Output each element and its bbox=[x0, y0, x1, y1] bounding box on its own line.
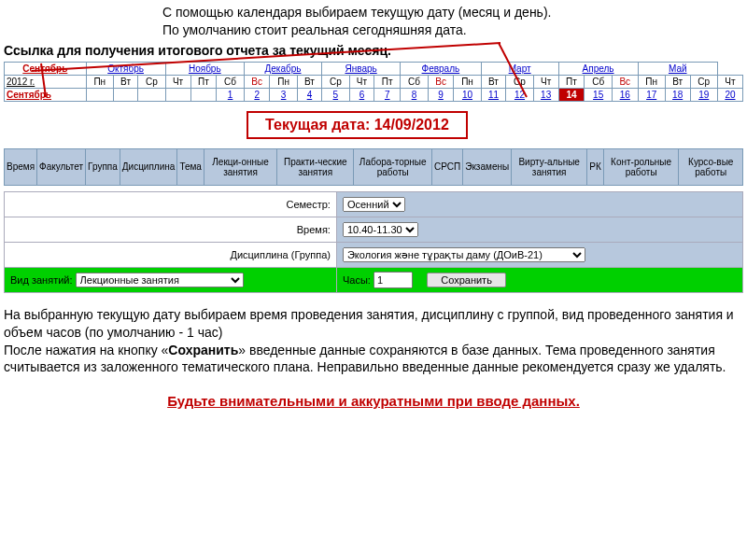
wd: Чт bbox=[349, 75, 374, 88]
day-link[interactable]: 9 bbox=[438, 90, 444, 100]
wd: Чт bbox=[533, 75, 558, 88]
day-link[interactable]: 2 bbox=[254, 90, 260, 100]
time-label: Время: bbox=[5, 217, 337, 242]
col-hdr: Вирту-альные занятия bbox=[512, 148, 587, 185]
wd: Вс bbox=[428, 75, 454, 88]
current-date-box: Текущая дата: 14/09/2012 bbox=[247, 111, 468, 139]
type-row: Вид занятий: Лекционные занятия bbox=[5, 267, 337, 292]
day-link[interactable]: 12 bbox=[514, 90, 525, 100]
discipline-select[interactable]: Экология және тұрақты даму (ДОиВ-21) bbox=[343, 247, 585, 262]
wd: Пн bbox=[270, 75, 297, 88]
wd: Ср bbox=[690, 75, 717, 88]
calendar-table: Сентябрь Октябрь Ноябрь Декабрь Январь Ф… bbox=[4, 62, 743, 102]
wd: Вт bbox=[481, 75, 506, 88]
day-link[interactable]: 4 bbox=[307, 90, 313, 100]
entry-form: Семестр: Осенний Время: 10.40-11.30 Дисц… bbox=[4, 191, 743, 293]
current-month-label[interactable]: Сентябрь bbox=[7, 90, 51, 100]
wd: Пт bbox=[374, 75, 401, 88]
day-link[interactable]: 6 bbox=[359, 90, 365, 100]
wd: Сб bbox=[585, 75, 613, 88]
day-link[interactable]: 7 bbox=[385, 90, 390, 100]
day-link[interactable]: 1 bbox=[228, 90, 233, 100]
wd: Сб bbox=[401, 75, 429, 88]
wd: Ср bbox=[506, 75, 533, 88]
col-hdr: Тема bbox=[177, 148, 204, 185]
hours-input[interactable] bbox=[374, 272, 413, 288]
type-select[interactable]: Лекционные занятия bbox=[76, 273, 244, 287]
day-link[interactable]: 11 bbox=[488, 90, 499, 100]
col-hdr: Лекци-онные занятия bbox=[204, 148, 276, 185]
day-link[interactable]: 18 bbox=[672, 90, 683, 100]
para1: На выбранную текущую дату выбираем время… bbox=[4, 307, 734, 340]
wd: Чт bbox=[717, 75, 742, 88]
hours-label: Часы: bbox=[343, 274, 371, 286]
col-hdr: Группа bbox=[86, 148, 120, 185]
col-hdr: Практи-ческие занятия bbox=[277, 148, 354, 185]
wd: Пн bbox=[86, 75, 113, 88]
wd: Вт bbox=[665, 75, 690, 88]
discipline-label: Дисциплина (Группа) bbox=[5, 242, 337, 267]
wd: Чт bbox=[165, 75, 190, 88]
day-link[interactable]: 15 bbox=[593, 90, 603, 100]
columns-table: Время Факультет Группа Дисциплина Тема Л… bbox=[4, 148, 743, 186]
day-link[interactable]: 19 bbox=[698, 90, 709, 100]
day-link[interactable]: 20 bbox=[725, 90, 735, 100]
day-link[interactable]: 8 bbox=[412, 90, 417, 100]
col-hdr: Конт-рольные работы bbox=[603, 148, 679, 185]
day-link[interactable]: 16 bbox=[620, 90, 630, 100]
semester-label: Семестр: bbox=[5, 191, 337, 217]
col-hdr: РК bbox=[587, 148, 604, 185]
time-select[interactable]: 10.40-11.30 bbox=[343, 222, 418, 237]
wd: Пн bbox=[454, 75, 481, 88]
day-link[interactable]: 3 bbox=[281, 90, 287, 100]
wd: Вт bbox=[297, 75, 321, 88]
month-link-sep[interactable]: Сентябрь bbox=[22, 63, 67, 74]
warning-text: Будьте внимательными и аккуратными при в… bbox=[4, 393, 743, 409]
wd: Вс bbox=[612, 75, 638, 88]
wd: Пт bbox=[558, 75, 585, 88]
day-link[interactable]: 13 bbox=[541, 90, 551, 100]
wd: Пн bbox=[638, 75, 665, 88]
col-hdr: Дисциплина bbox=[120, 148, 177, 185]
month-link-feb[interactable]: Февраль bbox=[422, 63, 460, 74]
month-link-apr[interactable]: Апрель bbox=[583, 63, 614, 74]
day-link[interactable]: 17 bbox=[646, 90, 656, 100]
save-button[interactable]: Сохранить bbox=[427, 273, 506, 287]
instr-bold: Ссылка для получения итогового отчета за… bbox=[4, 43, 743, 58]
wd: Вс bbox=[244, 75, 270, 88]
year-link[interactable]: 2012 г. bbox=[7, 77, 35, 87]
type-label: Вид занятий: bbox=[10, 274, 73, 286]
wd: Ср bbox=[138, 75, 165, 88]
instr-line1: С помощью календаря выбираем текущую дат… bbox=[162, 5, 551, 20]
col-hdr: Курсо-вые работы bbox=[679, 148, 743, 185]
wd: Ср bbox=[322, 75, 349, 88]
col-hdr: Время bbox=[5, 148, 37, 185]
col-hdr: СРСП bbox=[431, 148, 462, 185]
month-link-jan[interactable]: Январь bbox=[345, 63, 376, 74]
month-link-dec[interactable]: Декабрь bbox=[265, 63, 302, 74]
instr-line2: По умолчанию стоит реальная сегодняшняя … bbox=[162, 22, 467, 37]
wd: Сб bbox=[217, 75, 245, 88]
wd: Вт bbox=[113, 75, 137, 88]
col-hdr: Факультет bbox=[37, 148, 86, 185]
semester-select[interactable]: Осенний bbox=[343, 197, 405, 212]
para2b: Сохранить bbox=[168, 343, 238, 357]
month-link-mar[interactable]: Март bbox=[509, 63, 531, 74]
month-link-may[interactable]: Май bbox=[669, 63, 687, 74]
day-link-today[interactable]: 14 bbox=[566, 90, 576, 100]
month-link-oct[interactable]: Октябрь bbox=[107, 63, 144, 74]
para2a: После нажатия на кнопку « bbox=[4, 343, 168, 357]
col-hdr: Экзамены bbox=[463, 148, 512, 185]
day-link[interactable]: 10 bbox=[462, 90, 472, 100]
col-hdr: Лабора-торные работы bbox=[354, 148, 432, 185]
month-link-nov[interactable]: Ноябрь bbox=[189, 63, 221, 74]
day-link[interactable]: 5 bbox=[333, 90, 339, 100]
wd: Пт bbox=[190, 75, 217, 88]
